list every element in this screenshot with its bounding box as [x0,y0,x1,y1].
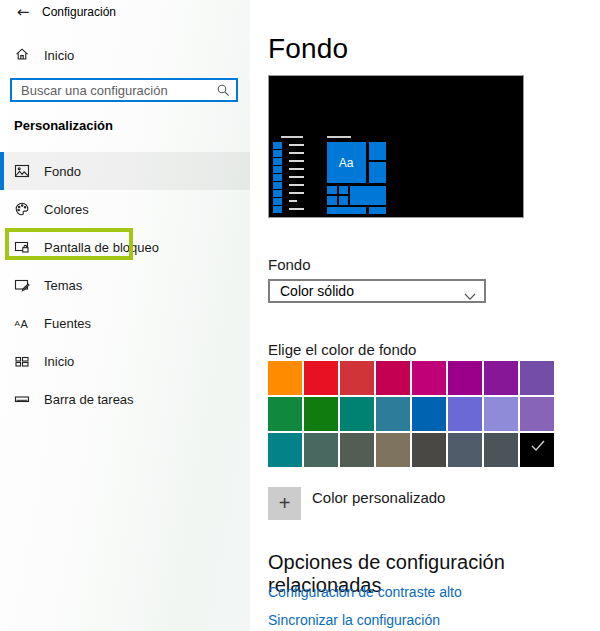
sidebar-item-barra-de-tareas[interactable]: Barra de tareas [0,380,250,418]
color-swatch-grid [268,361,554,467]
add-custom-color-button[interactable]: + [268,487,301,520]
sidebar-item-colores[interactable]: Colores [0,190,250,228]
color-swatch[interactable] [376,361,410,395]
color-swatch[interactable] [520,361,554,395]
back-button[interactable]: ← [12,2,34,22]
color-swatch[interactable] [484,397,518,431]
color-swatch[interactable] [520,397,554,431]
sidebar-item-label: Fuentes [44,316,91,331]
color-swatch[interactable] [340,397,374,431]
app-title: Configuración [42,5,116,19]
color-swatch[interactable] [304,361,338,395]
preview-tiles [327,142,386,214]
color-swatch[interactable] [484,361,518,395]
section-header-personalizacion: Personalización [14,118,113,133]
background-preview: Aa [268,75,524,218]
lock-screen-icon [14,239,30,255]
color-swatch[interactable] [448,397,482,431]
color-swatch[interactable] [268,433,302,467]
settings-window: ← Configuración Inicio Persona [0,0,600,631]
sidebar-item-temas[interactable]: Temas [0,266,250,304]
color-swatch[interactable] [412,397,446,431]
sidebar-home[interactable]: Inicio [0,42,250,70]
background-label: Fondo [268,256,311,273]
sidebar-item-fondo[interactable]: Fondo [0,152,250,190]
color-swatch[interactable] [304,397,338,431]
sidebar-item-label: Pantalla de bloqueo [44,240,159,255]
color-swatch[interactable] [448,433,482,467]
link-high-contrast[interactable]: Configuración de contraste alto [268,584,462,600]
page-title: Fondo [268,33,348,65]
image-icon [14,163,30,179]
sidebar-nav: FondoColoresPantalla de bloqueoTemasAAFu… [0,152,250,418]
sidebar-item-label: Colores [44,202,89,217]
search-icon[interactable] [216,83,230,97]
color-swatch[interactable] [376,433,410,467]
themes-icon [14,277,30,293]
sidebar-header: ← Configuración [0,0,250,26]
preview-tile-text: Aa [339,156,354,170]
color-swatch[interactable] [340,433,374,467]
background-type-dropdown[interactable]: Color sólido [268,279,486,303]
color-swatch[interactable] [268,397,302,431]
sidebar: ← Configuración Inicio Persona [0,0,250,631]
sidebar-item-inicio[interactable]: Inicio [0,342,250,380]
color-swatch[interactable] [448,361,482,395]
color-swatch[interactable] [484,433,518,467]
home-icon [14,46,30,62]
search-box [10,78,238,102]
color-swatch[interactable] [412,433,446,467]
checkmark-icon [531,438,545,450]
color-swatch[interactable] [412,361,446,395]
custom-color-row: + Color personalizado [268,487,568,521]
choose-color-label: Elige el color de fondo [268,341,416,358]
sidebar-item-label: Inicio [44,354,74,369]
sidebar-item-label: Barra de tareas [44,392,134,407]
home-label: Inicio [44,48,74,63]
color-swatch[interactable] [268,361,302,395]
palette-icon [14,201,30,217]
sidebar-item-pantalla-de-bloqueo[interactable]: Pantalla de bloqueo [0,228,250,266]
sidebar-item-fuentes[interactable]: AAFuentes [0,304,250,342]
main-content: Fondo [268,0,588,631]
sidebar-item-label: Fondo [44,164,81,179]
custom-color-label: Color personalizado [312,489,445,506]
color-swatch[interactable] [340,361,374,395]
fonts-icon: AA [14,315,30,331]
start-tiles-icon [14,353,30,369]
color-swatch[interactable] [376,397,410,431]
preview-app-squares [273,142,282,213]
color-swatch-selected[interactable] [520,433,554,467]
link-sync-settings[interactable]: Sincronizar la configuración [268,612,440,628]
sidebar-item-label: Temas [44,278,82,293]
svg-text:A: A [21,318,29,330]
taskbar-icon [14,391,30,407]
color-swatch[interactable] [304,433,338,467]
chevron-down-icon [464,287,476,295]
search-input[interactable] [12,80,236,100]
dropdown-value: Color sólido [280,283,464,299]
